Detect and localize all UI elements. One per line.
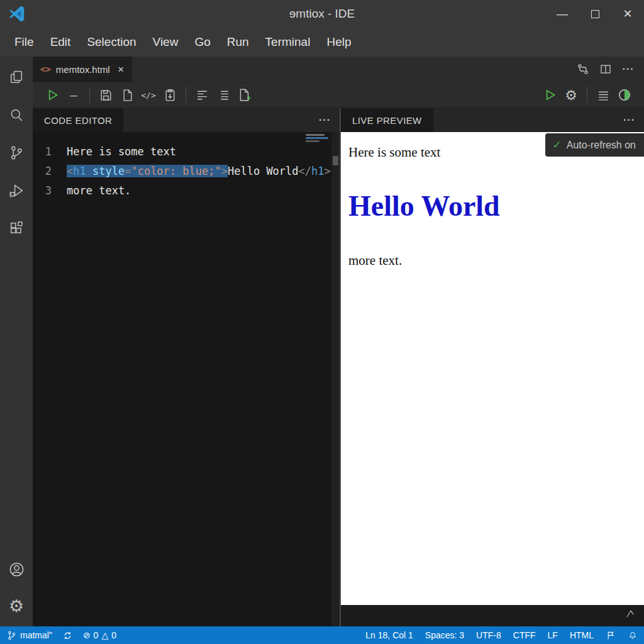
menu-item-edit[interactable]: Edit xyxy=(42,28,79,57)
menu-item-selection[interactable]: Selection xyxy=(79,28,144,57)
code-editor-title[interactable]: CODE EDITOR xyxy=(33,108,123,132)
menu-item-view[interactable]: View xyxy=(145,28,187,57)
minimap-line xyxy=(306,137,328,139)
live-preview-panel: LIVE PREVIEW ··· Here is some text Hello… xyxy=(340,108,644,626)
status-bar-right: Ln 18, Col 1 Spaces: 3 UTF-8 CTFF LF HTM… xyxy=(353,630,638,640)
code-line[interactable]: 2<h1 style="color: blue;">Hello World</h… xyxy=(33,162,340,181)
panels-area: CODE EDITOR ··· 1Here is some text2<h1 s… xyxy=(33,108,644,626)
close-button[interactable]: ✕ xyxy=(611,0,644,28)
compare-changes-icon[interactable] xyxy=(574,60,592,79)
warning-count: 0 xyxy=(111,630,116,640)
more-actions-icon[interactable]: ··· xyxy=(619,60,638,79)
minimize-button[interactable]: — xyxy=(546,0,579,28)
preview-paragraph-2: more text. xyxy=(348,253,644,269)
code-content: Here is some text xyxy=(67,142,176,162)
code-line[interactable]: 1Here is some text xyxy=(33,142,340,162)
error-count: 0 xyxy=(94,630,99,640)
code-token: </ xyxy=(299,165,311,177)
search-icon[interactable] xyxy=(1,101,31,130)
code-line[interactable]: 3more text. xyxy=(33,181,340,201)
add-file-icon[interactable] xyxy=(234,84,255,106)
notifications-button[interactable] xyxy=(628,630,638,640)
minimap-line xyxy=(306,140,319,142)
close-icon: ✕ xyxy=(623,7,632,21)
preview-more-actions-icon[interactable]: ··· xyxy=(623,114,644,126)
title-bar: ɘmtiox - IDE — ✕ xyxy=(0,0,644,28)
code-token xyxy=(86,165,92,177)
resize-handle-icon[interactable] xyxy=(625,609,636,621)
language-mode[interactable]: HTML xyxy=(570,630,594,640)
code-lines: 1Here is some text2<h1 style="color: blu… xyxy=(33,142,340,201)
tab-memtox-html[interactable]: <> memtox.html ✕ xyxy=(33,57,132,82)
app-window: ɘmtiox - IDE — ✕ FileEditSelectionViewGo… xyxy=(0,0,644,644)
menu-item-go[interactable]: Go xyxy=(186,28,218,57)
gear-glyph: ⚙ xyxy=(565,87,577,103)
branch-label: matmal" xyxy=(20,630,52,640)
theme-contrast-icon[interactable] xyxy=(614,84,635,106)
explorer-icon[interactable] xyxy=(1,63,31,92)
split-editor-icon[interactable] xyxy=(596,60,615,79)
run-play-icon[interactable] xyxy=(42,84,63,106)
code-token: Hello World xyxy=(228,165,299,177)
run-debug-icon[interactable] xyxy=(1,176,31,205)
live-preview-title[interactable]: LIVE PREVIEW xyxy=(341,108,433,132)
code-editor-panel: CODE EDITOR ··· 1Here is some text2<h1 s… xyxy=(33,108,340,626)
preview-content: Here is some text Hello World more text.… xyxy=(341,132,644,605)
line-number: 3 xyxy=(33,181,52,201)
code-token: Here is some text xyxy=(67,145,176,158)
tab-bar: <> memtox.html ✕ ··· xyxy=(33,57,644,82)
activity-bar-bottom: ⚙ xyxy=(0,555,33,626)
minimize-icon: — xyxy=(557,8,568,21)
editor-scrollbar[interactable] xyxy=(331,132,340,626)
warning-icon: △ xyxy=(101,630,108,640)
extensions-icon[interactable] xyxy=(1,214,31,243)
workbench: <> memtox.html ✕ ··· – xyxy=(33,57,644,626)
problems-status[interactable]: ⊘ 0 △ 0 xyxy=(83,630,116,640)
tab-close-icon[interactable]: ✕ xyxy=(118,65,125,74)
paste-icon[interactable] xyxy=(159,84,180,106)
settings-gear-icon[interactable]: ⚙ xyxy=(560,84,582,106)
code-token: more text. xyxy=(67,184,131,197)
maximize-button[interactable] xyxy=(579,0,611,28)
menu-item-help[interactable]: Help xyxy=(318,28,359,57)
code-token: > xyxy=(221,165,228,177)
output-list-icon[interactable] xyxy=(592,84,614,106)
new-file-icon[interactable] xyxy=(116,84,138,106)
error-icon: ⊘ xyxy=(83,630,91,640)
minimap[interactable] xyxy=(306,134,328,150)
minimap-line xyxy=(306,134,325,136)
feedback-button[interactable] xyxy=(606,630,616,640)
menu-item-terminal[interactable]: Terminal xyxy=(257,28,319,57)
eol-status[interactable]: LF xyxy=(548,630,558,640)
settings-gear-icon[interactable]: ⚙ xyxy=(1,591,31,620)
preview-run-icon[interactable] xyxy=(539,84,560,106)
indentation-status[interactable]: Spaces: 3 xyxy=(425,630,464,640)
sync-button[interactable] xyxy=(62,630,73,641)
align-left-icon[interactable] xyxy=(191,84,213,106)
menu-item-run[interactable]: Run xyxy=(219,28,257,57)
vscode-logo-icon xyxy=(8,4,26,23)
branch-status[interactable]: matmal" xyxy=(6,630,52,641)
code-token: < xyxy=(67,165,73,177)
save-icon[interactable] xyxy=(95,84,116,106)
scrollbar-thumb[interactable] xyxy=(333,156,338,165)
align-right-icon[interactable] xyxy=(213,84,234,106)
code-editor-body[interactable]: 1Here is some text2<h1 style="color: blu… xyxy=(33,132,340,626)
window-controls: — ✕ xyxy=(546,0,644,28)
source-control-icon[interactable] xyxy=(1,138,31,167)
eol-label-status[interactable]: CTFF xyxy=(513,630,536,640)
auto-refresh-badge[interactable]: ✓ Auto-refresh on xyxy=(545,133,644,157)
encoding-status[interactable]: UTF-8 xyxy=(476,630,501,640)
editor-more-actions-icon[interactable]: ··· xyxy=(319,114,340,126)
collapse-icon[interactable]: – xyxy=(63,84,84,106)
account-icon[interactable] xyxy=(1,555,31,584)
auto-refresh-label: Auto-refresh on xyxy=(567,140,636,151)
menu-item-file[interactable]: File xyxy=(6,28,42,57)
tab-label: memtox.html xyxy=(56,64,110,75)
cursor-position[interactable]: Ln 18, Col 1 xyxy=(365,630,413,640)
code-token: > xyxy=(325,165,331,177)
code-block-icon[interactable]: </> xyxy=(138,84,159,106)
editor-toolbar: – </> xyxy=(33,82,644,108)
toolbar-separator xyxy=(89,87,90,103)
gear-glyph: ⚙ xyxy=(9,597,24,614)
